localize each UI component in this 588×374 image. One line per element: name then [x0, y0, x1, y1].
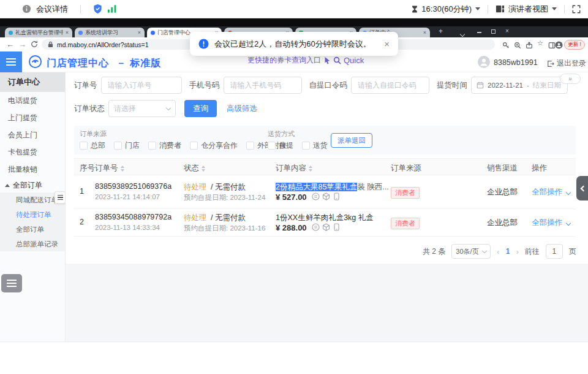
meeting-timer[interactable]: 16:30(60分钟) [421, 4, 472, 15]
pickup-code-input[interactable] [351, 77, 429, 94]
order-source-options: 总部 门店 消费者 仓分享合作 外部对接 [80, 140, 287, 151]
back-icon[interactable]: ← [6, 40, 14, 49]
cell-pickup-date: 预约自提日期: 2023-11-16 [184, 224, 265, 233]
sidebar-collapse-handle[interactable] [55, 191, 66, 204]
cell-channel: 企业总部 [487, 187, 518, 197]
sidebar-group-all-orders[interactable]: 全部订单 [0, 178, 65, 193]
expand-toolbar-button[interactable]: » [560, 74, 581, 84]
action-label: 全部操作 [532, 188, 562, 196]
info-icon[interactable] [22, 4, 31, 13]
new-tab-button[interactable]: + [439, 27, 443, 36]
sidebar-item-pending-orders[interactable]: 待处理订单 [0, 207, 65, 222]
sort-icon[interactable] [121, 166, 124, 172]
pickup-time-label: 提货时间 [437, 80, 467, 91]
checkbox-store[interactable]: 门店 [114, 140, 140, 151]
page-size-select[interactable]: 30条/页 [451, 244, 491, 259]
table-row: 2 83859345088979792a 2023-11-13 14:33:34… [74, 209, 576, 237]
logout-button[interactable]: 退出登录 [547, 58, 586, 69]
checkbox-delivery[interactable]: 送货 [302, 140, 328, 151]
checkbox-self-pickup[interactable]: 自提 [268, 140, 293, 151]
cell-index: 1 [80, 187, 84, 196]
checkbox-hq[interactable]: 总部 [80, 140, 105, 151]
collapse-panel-handle[interactable] [576, 176, 588, 200]
zoom-icon[interactable] [514, 40, 522, 48]
share-page-icon[interactable] [526, 40, 533, 48]
window-close-icon[interactable]: × [505, 28, 509, 34]
sidebar-item-card-pickup[interactable]: 卡包提货 [0, 143, 65, 161]
package-icon [322, 193, 330, 200]
view-mode-selector[interactable]: 演讲者视图 [508, 4, 548, 15]
date-range-picker[interactable]: 2022-11-21 - 结束日期 [471, 77, 568, 94]
browser-tab-2[interactable]: 系统培训学习 × [75, 28, 145, 37]
pay-status: / 无需付款 [211, 213, 246, 222]
tab-close-icon[interactable]: × [66, 29, 69, 36]
quick-text: Quick [344, 56, 364, 65]
bookmark-star-icon[interactable]: ☆ [537, 39, 545, 47]
security-shield-icon[interactable] [93, 4, 102, 14]
col-label: 订单号 [95, 163, 118, 174]
browser-profile-icon[interactable] [555, 40, 563, 48]
sidebar-item-all-orders[interactable]: 全部订单 [0, 222, 65, 237]
network-signal-icon[interactable] [107, 5, 117, 13]
col-status[interactable]: 状态 [184, 163, 205, 174]
view-dropdown-icon[interactable] [552, 7, 557, 10]
delivery-method-options: 自提 送货 [268, 140, 328, 151]
tab-title: 系统培训学习 [85, 29, 135, 37]
quick-search-promo[interactable]: 更快捷的券卡查询入口 Quick [247, 55, 364, 66]
browser-tab-1[interactable]: 礼盒营销平台管理中心 × [5, 28, 72, 37]
meeting-details-label[interactable]: 会议详情 [36, 4, 68, 15]
sidebar-item-batch-verify[interactable]: 批量核销 [0, 161, 65, 178]
checkbox-warehouse-coop[interactable]: 仓分享合作 [190, 140, 238, 151]
order-status-select[interactable]: 请选择 [108, 100, 176, 117]
cell-content: 1份XX生鲜羊肉礼盒3kg 礼盒 [276, 213, 374, 223]
dispatch-return-button[interactable]: 派单退回 [331, 133, 372, 148]
order-type-icons [312, 223, 341, 231]
col-content[interactable]: 订单内容 [276, 163, 312, 174]
sidebar-item-door-pickup[interactable]: 上门提货 [0, 109, 65, 126]
price-text: ¥ 527.00 [276, 193, 307, 202]
window-minimize-icon[interactable] [477, 28, 481, 33]
checkbox-consumer[interactable]: 消费者 [148, 140, 181, 151]
tab-close-icon[interactable]: × [138, 29, 141, 36]
row-action-dropdown[interactable]: 全部操作 [532, 187, 570, 197]
checkbox-icon [302, 142, 310, 150]
sidebar-item-member-visit[interactable]: 会员上门 [0, 126, 65, 143]
selected-text: 2份精品大果85苹果礼盒 [276, 183, 357, 191]
fullscreen-icon[interactable] [572, 5, 581, 13]
row-action-dropdown[interactable]: 全部操作 [532, 218, 570, 228]
query-button[interactable]: 查询 [184, 100, 217, 117]
sort-icon[interactable] [309, 166, 312, 172]
advanced-filter-link[interactable]: 高级筛选 [227, 104, 257, 114]
tab-search-icon[interactable] [461, 31, 464, 37]
toast-close-icon[interactable]: × [384, 39, 390, 49]
order-no-input[interactable] [101, 77, 182, 94]
status-badge: 待处理 [184, 183, 207, 191]
pay-status: / 无需付款 [211, 183, 246, 191]
action-label: 全部操作 [532, 218, 562, 227]
next-page-button[interactable]: › [516, 247, 518, 256]
sidebar-item-phone-pickup[interactable]: 电话提货 [0, 92, 65, 109]
checkbox-icon [114, 142, 122, 150]
password-key-icon[interactable] [502, 40, 510, 48]
tab-close-icon[interactable]: × [423, 29, 426, 36]
sidebar-item-hq-dispatch-log[interactable]: 总部派单记录 [0, 237, 65, 251]
meeting-panel-button[interactable] [1, 274, 22, 292]
forward-icon[interactable]: → [18, 40, 26, 49]
timer-dropdown-icon[interactable] [475, 7, 480, 10]
order-no-label: 订单号 [74, 80, 97, 91]
window-maximize-icon[interactable] [491, 28, 496, 34]
cell-status: 待处理 / 无需付款 [184, 213, 246, 223]
menu-icon[interactable] [0, 52, 22, 72]
chevron-left-icon [580, 185, 586, 191]
reload-icon[interactable] [31, 40, 38, 50]
prev-page-button[interactable]: ‹ [497, 247, 499, 256]
phone-input[interactable] [224, 77, 302, 94]
table-header: 序号 订单号 状态 订单内容 订单来源 销售渠道 操作 [74, 158, 576, 175]
goto-page-input[interactable] [546, 244, 563, 259]
current-page[interactable]: 1 [506, 247, 510, 256]
user-avatar [478, 56, 490, 71]
col-order-no[interactable]: 订单号 [95, 163, 124, 174]
browser-update-button[interactable]: 更新 ! [564, 40, 585, 50]
sort-icon[interactable] [202, 166, 205, 172]
page-background [66, 264, 588, 342]
